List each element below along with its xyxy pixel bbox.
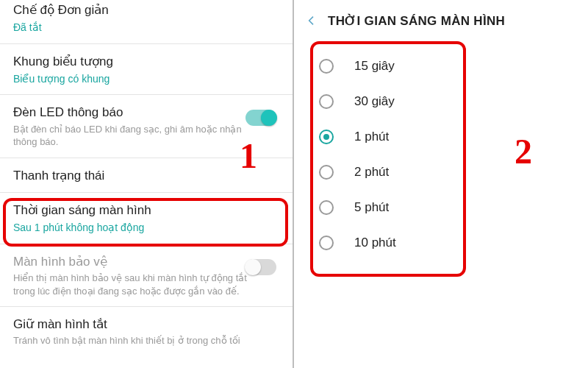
- timeout-picker-pane: THỜI GIAN SÁNG MÀN HÌNH 15 giây 30 giây …: [294, 0, 588, 368]
- option-1m[interactable]: 1 phút: [294, 119, 588, 155]
- row-description: Bật đèn chỉ báo LED khi đang sạc, ghi âm…: [13, 123, 248, 149]
- row-screensaver[interactable]: Màn hình bảo vệ Hiển thị màn hình bảo vệ…: [0, 244, 293, 306]
- option-label: 2 phút: [354, 165, 389, 180]
- row-status-bar[interactable]: Thanh trạng thái: [0, 158, 293, 192]
- option-label: 1 phút: [354, 130, 389, 144]
- timeout-options-list: 15 giây 30 giây 1 phút 2 phút 5 phút 10 …: [294, 41, 588, 261]
- picker-title: THỜI GIAN SÁNG MÀN HÌNH: [328, 13, 505, 29]
- toggle-knob: [261, 110, 277, 126]
- option-5m[interactable]: 5 phút: [294, 190, 588, 225]
- radio-icon: [319, 59, 334, 74]
- row-description: Hiển thị màn hình bảo vệ sau khi màn hìn…: [13, 272, 248, 297]
- row-title: Thanh trạng thái: [13, 169, 279, 183]
- option-30s[interactable]: 30 giây: [294, 84, 588, 119]
- instruction-composite: Chế độ Đơn giản Đã tắt Khung biểu tượng …: [0, 0, 588, 368]
- row-simple-mode[interactable]: Chế độ Đơn giản Đã tắt: [0, 0, 293, 43]
- radio-icon: [319, 200, 334, 215]
- toggle-knob: [245, 259, 261, 275]
- back-button[interactable]: [301, 10, 322, 31]
- option-10m[interactable]: 10 phút: [294, 225, 588, 261]
- row-title: Giữ màn hình tắt: [13, 317, 279, 332]
- row-keep-screen-off[interactable]: Giữ màn hình tắt Tránh vô tình bật màn h…: [0, 307, 293, 349]
- led-toggle[interactable]: [245, 110, 276, 126]
- picker-header: THỜI GIAN SÁNG MÀN HÌNH: [294, 0, 588, 41]
- option-label: 10 phút: [354, 236, 396, 250]
- row-subtitle: Biểu tượng có khung: [13, 72, 279, 85]
- option-label: 15 giây: [354, 59, 395, 74]
- row-subtitle: Sau 1 phút không hoạt động: [13, 221, 279, 234]
- option-label: 30 giây: [354, 94, 395, 109]
- radio-icon: [319, 130, 334, 144]
- radio-icon: [319, 94, 334, 109]
- settings-pane: Chế độ Đơn giản Đã tắt Khung biểu tượng …: [0, 0, 294, 368]
- row-title: Đèn LED thông báo: [13, 105, 279, 120]
- row-subtitle: Đã tắt: [13, 21, 279, 34]
- option-label: 5 phút: [354, 200, 389, 215]
- radio-icon: [319, 236, 334, 250]
- row-icon-frames[interactable]: Khung biểu tượng Biểu tượng có khung: [0, 44, 293, 95]
- screensaver-toggle[interactable]: [245, 259, 276, 275]
- option-2m[interactable]: 2 phút: [294, 155, 588, 190]
- row-title: Màn hình bảo vệ: [13, 255, 279, 269]
- chevron-left-icon: [306, 15, 318, 26]
- row-title: Thời gian sáng màn hình: [13, 203, 279, 218]
- row-title: Khung biểu tượng: [13, 54, 279, 69]
- row-title: Chế độ Đơn giản: [13, 3, 279, 18]
- row-screen-timeout[interactable]: Thời gian sáng màn hình Sau 1 phút không…: [0, 193, 293, 244]
- row-description: Tránh vô tình bật màn hình khi thiết bị …: [13, 334, 248, 347]
- radio-icon: [319, 165, 334, 180]
- option-15s[interactable]: 15 giây: [294, 49, 588, 84]
- row-led-notification[interactable]: Đèn LED thông báo Bật đèn chỉ báo LED kh…: [0, 95, 293, 157]
